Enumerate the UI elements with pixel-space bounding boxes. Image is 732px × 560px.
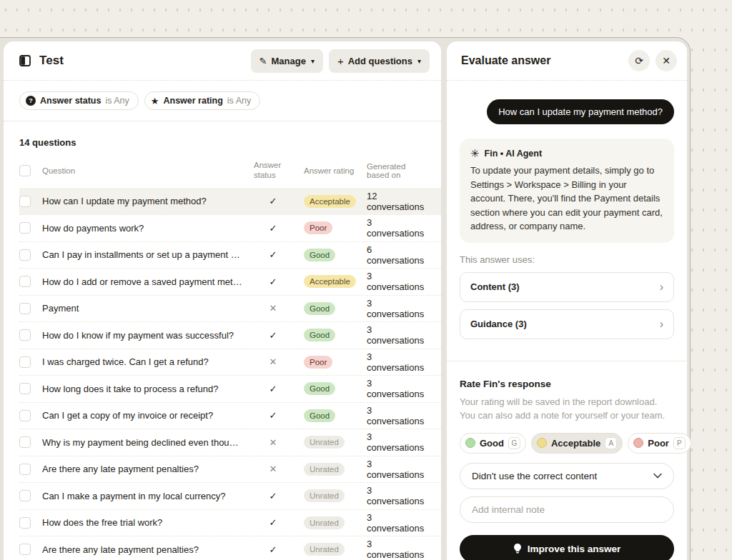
- internal-note-input[interactable]: [472, 504, 662, 515]
- close-button[interactable]: ✕: [656, 50, 677, 71]
- shortcut-key-badge: A: [605, 437, 617, 449]
- rating-badge: Good: [304, 302, 335, 315]
- page-title: Test: [39, 54, 64, 68]
- lightbulb-icon: [513, 544, 522, 554]
- table-row[interactable]: How does the free trial work?✓Unrated3 c…: [19, 509, 441, 536]
- manage-button-label: Manage: [271, 56, 305, 66]
- row-checkbox[interactable]: [19, 517, 31, 529]
- question-cell: Can I pay in installments or set up a pa…: [42, 249, 242, 260]
- rating-badge: Unrated: [304, 436, 345, 449]
- table-row[interactable]: How do payments work?✓Poor3 conversation…: [19, 214, 441, 241]
- check-icon: ✓: [254, 249, 292, 260]
- rating-option-acceptable[interactable]: AcceptableA: [531, 433, 623, 454]
- evaluate-panel-title: Evaluate answer: [461, 54, 550, 67]
- row-checkbox[interactable]: [19, 490, 31, 501]
- row-checkbox[interactable]: [19, 383, 31, 394]
- improve-answer-button[interactable]: Improve this answer: [460, 535, 674, 560]
- section-divider: [447, 361, 687, 361]
- filter-chip-answer-status[interactable]: ?Answer statusis Any: [19, 91, 139, 110]
- test-panel-header: Test ✎ Manage ▾ + Add questions ▾: [4, 41, 441, 81]
- table-header: Question Answer status Answer rating Gen…: [19, 161, 441, 188]
- select-all-checkbox[interactable]: [19, 165, 31, 176]
- rating-badge: Unrated: [304, 463, 345, 476]
- row-checkbox[interactable]: [19, 544, 31, 555]
- add-questions-button[interactable]: + Add questions ▾: [329, 49, 430, 73]
- table-row[interactable]: I was charged twice. Can I get a refund?…: [19, 349, 441, 376]
- refresh-button[interactable]: ⟳: [628, 50, 650, 71]
- plus-icon: +: [337, 55, 344, 67]
- question-cell: How does the free trial work?: [42, 517, 242, 528]
- question-cell: I was charged twice. Can I get a refund?: [42, 356, 242, 367]
- rate-response-description: Your rating will be saved in the report …: [460, 395, 674, 423]
- table-row[interactable]: Can I pay in installments or set up a pa…: [19, 241, 441, 269]
- rating-option-good[interactable]: GoodG: [460, 433, 526, 454]
- generated-cell: 3 conversations: [367, 351, 430, 373]
- filter-label: Answer rating: [163, 96, 222, 106]
- user-message-bubble: How can I update my payment method?: [487, 99, 674, 124]
- table-row[interactable]: Can I make a payment in my local currenc…: [19, 482, 441, 509]
- generated-cell: 3 conversations: [367, 539, 430, 560]
- table-row[interactable]: Can I get a copy of my invoice or receip…: [19, 402, 441, 429]
- rating-badge: Acceptable: [304, 275, 356, 288]
- evaluate-answer-panel: Evaluate answer ⟳ ✕ How can I update my …: [447, 41, 687, 560]
- guidance-sources-label: Guidance (3): [470, 319, 527, 329]
- row-checkbox[interactable]: [19, 196, 31, 207]
- row-checkbox[interactable]: [19, 436, 31, 448]
- rating-badge: Unrated: [304, 543, 345, 556]
- row-checkbox[interactable]: [19, 329, 31, 341]
- rating-badge: Poor: [304, 356, 332, 369]
- table-row[interactable]: Are there any late payment penalties?✕Un…: [19, 456, 441, 483]
- table-row[interactable]: Why is my payment being declined even th…: [19, 429, 441, 456]
- rating-badge: Good: [304, 249, 335, 261]
- row-checkbox[interactable]: [19, 222, 31, 234]
- check-icon: ✓: [254, 517, 292, 528]
- content-sources-expander[interactable]: Content (3) ›: [460, 272, 674, 302]
- chevron-down-icon: [653, 473, 662, 479]
- evaluate-panel-header: Evaluate answer ⟳ ✕: [447, 41, 687, 81]
- rating-option-label: Poor: [648, 438, 669, 449]
- rating-badge: Unrated: [304, 516, 345, 529]
- table-row[interactable]: How do I know if my payment was successf…: [19, 321, 441, 349]
- rating-option-poor[interactable]: PoorP: [628, 433, 691, 454]
- x-icon: ✕: [254, 303, 292, 314]
- content-sources-label: Content (3): [470, 281, 520, 292]
- row-checkbox[interactable]: [19, 249, 31, 261]
- internal-note-field[interactable]: [460, 496, 674, 523]
- table-row[interactable]: How can I update my payment method?✓Acce…: [19, 188, 441, 215]
- row-checkbox[interactable]: [19, 276, 31, 287]
- test-questions-panel: Test ✎ Manage ▾ + Add questions ▾ ?Answe…: [4, 41, 441, 560]
- row-checkbox[interactable]: [19, 356, 31, 368]
- agent-name: Fin • AI Agent: [485, 149, 543, 159]
- question-cell: Payment: [42, 303, 242, 314]
- table-row[interactable]: Are there any late payment penalties?✓Un…: [19, 536, 441, 560]
- generated-cell: 3 conversations: [367, 271, 430, 292]
- generated-cell: 3 conversations: [367, 512, 430, 534]
- rating-option-label: Acceptable: [551, 438, 600, 449]
- row-checkbox[interactable]: [19, 303, 31, 314]
- question-circle-icon: ?: [26, 96, 36, 106]
- pencil-icon: ✎: [259, 56, 267, 66]
- chevron-right-icon: ›: [660, 319, 663, 330]
- chevron-down-icon: ▾: [311, 57, 315, 65]
- question-cell: Can I make a payment in my local currenc…: [42, 491, 242, 501]
- guidance-sources-expander[interactable]: Guidance (3) ›: [460, 309, 674, 339]
- manage-button[interactable]: ✎ Manage ▾: [251, 49, 323, 73]
- filter-chip-answer-rating[interactable]: ★Answer ratingis Any: [144, 91, 260, 110]
- row-checkbox[interactable]: [19, 464, 31, 475]
- table-row[interactable]: How do I add or remove a saved payment m…: [19, 268, 441, 295]
- rating-badge: Good: [304, 329, 335, 341]
- row-checkbox[interactable]: [19, 410, 31, 421]
- generated-cell: 12 conversations: [367, 191, 430, 212]
- test-panel-icon: [19, 55, 31, 66]
- rating-dot-icon: [465, 438, 475, 448]
- table-row[interactable]: Payment✕Good3 conversations: [19, 295, 441, 322]
- generated-cell: 3 conversations: [367, 459, 430, 480]
- generated-cell: 3 conversations: [367, 298, 430, 319]
- question-cell: How long does it take to process a refun…: [42, 384, 242, 394]
- question-cell: Why is my payment being declined even th…: [42, 437, 242, 448]
- rating-reason-select[interactable]: Didn't use the correct content: [460, 463, 674, 489]
- column-header-answer-status: Answer status: [254, 161, 292, 181]
- table-row[interactable]: How long does it take to process a refun…: [19, 375, 441, 402]
- rating-badge: Good: [304, 409, 335, 422]
- question-cell: How do payments work?: [42, 223, 242, 234]
